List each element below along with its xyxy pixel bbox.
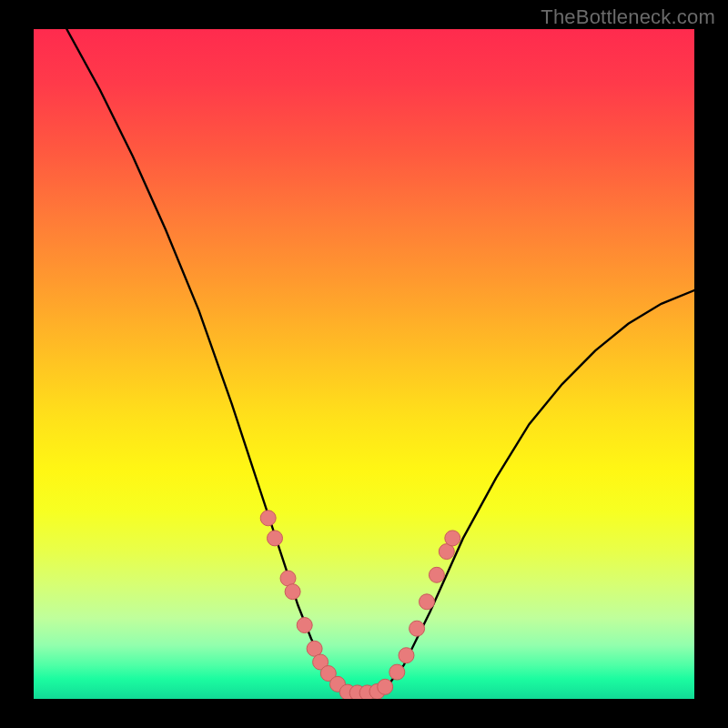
marker-right-markers-4: [429, 567, 444, 582]
plot-area: [34, 29, 694, 699]
marker-left-markers-3: [285, 584, 300, 600]
marker-right-markers-2: [410, 621, 425, 636]
curve-markers: [260, 511, 460, 699]
marker-left-markers-1: [268, 531, 283, 546]
marker-right-markers-1: [399, 648, 414, 663]
attribution-watermark: TheBottleneck.com: [541, 5, 715, 29]
marker-left-markers-4: [297, 618, 312, 633]
marker-right-markers-3: [420, 594, 435, 610]
marker-right-markers-0: [389, 664, 405, 680]
marker-bottom-markers-4: [378, 679, 393, 694]
marker-left-markers-0: [260, 511, 276, 526]
chart-frame: TheBottleneck.com: [0, 0, 728, 728]
chart-svg: [34, 29, 694, 699]
marker-right-markers-6: [445, 531, 460, 546]
bottleneck-curve: [66, 29, 694, 693]
